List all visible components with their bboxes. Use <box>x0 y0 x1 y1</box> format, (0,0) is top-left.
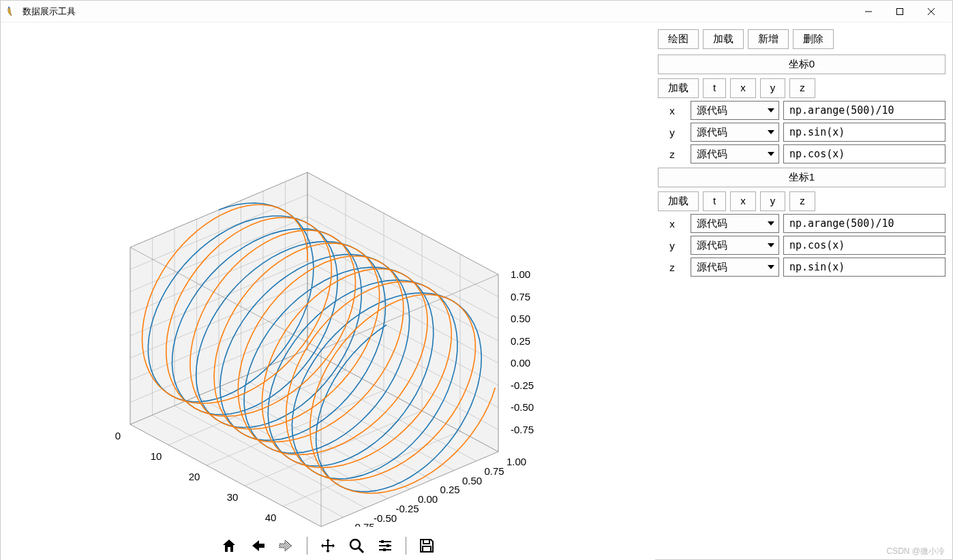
svg-text:-0.50: -0.50 <box>511 401 534 413</box>
coord1-y-type-combo[interactable]: 源代码 <box>691 236 779 255</box>
svg-text:-0.75: -0.75 <box>352 521 375 527</box>
coord0-z-button[interactable]: z <box>789 78 815 98</box>
coord0-z-type-combo[interactable]: 源代码 <box>691 144 779 164</box>
svg-text:0.00: 0.00 <box>511 357 530 369</box>
toolbar-separator <box>307 537 307 555</box>
coord0-header[interactable]: 坐标0 <box>658 55 946 74</box>
svg-text:1.00: 1.00 <box>506 456 526 467</box>
svg-text:10: 10 <box>151 450 162 462</box>
minimize-button[interactable] <box>853 1 884 22</box>
content: 01020304050-1.00-0.75-0.50-0.250.000.250… <box>1 22 952 560</box>
coord1-x-label: x <box>658 218 686 230</box>
plot-area: 01020304050-1.00-0.75-0.50-0.250.000.250… <box>1 22 655 560</box>
forward-icon[interactable] <box>275 535 297 557</box>
coord0-y-button[interactable]: y <box>760 78 786 98</box>
svg-text:-0.75: -0.75 <box>511 424 534 435</box>
save-icon[interactable] <box>416 535 438 557</box>
plot-canvas[interactable]: 01020304050-1.00-0.75-0.50-0.250.000.250… <box>1 22 655 529</box>
toolbar-separator <box>406 537 406 555</box>
coord1-z-label: z <box>658 262 686 273</box>
coord1-x-row: x 源代码 <box>658 214 946 233</box>
add-button[interactable]: 新增 <box>748 29 789 49</box>
coord0-y-type-combo[interactable]: 源代码 <box>691 123 779 142</box>
mpl-toolbar <box>1 529 655 560</box>
coord1-x-button[interactable]: x <box>730 191 756 211</box>
svg-text:-0.25: -0.25 <box>511 379 534 391</box>
svg-text:20: 20 <box>189 471 200 482</box>
app-window: 数据展示工具 01020304050-1.00-0.75-0.50-0.250.… <box>0 0 953 560</box>
coord0-z-expr-input[interactable] <box>783 144 946 164</box>
svg-text:0.75: 0.75 <box>511 291 530 302</box>
svg-point-0 <box>8 6 10 8</box>
coord1-block: 加载 t x y z x 源代码 y 源代码 z <box>658 191 946 277</box>
coord0-z-row: z 源代码 <box>658 144 946 164</box>
coord1-z-row: z 源代码 <box>658 258 946 277</box>
coord1-y-row: y 源代码 <box>658 236 946 255</box>
svg-text:0: 0 <box>115 430 121 441</box>
maximize-button[interactable] <box>884 1 916 22</box>
svg-text:0.75: 0.75 <box>485 465 504 477</box>
coord0-y-expr-input[interactable] <box>783 123 946 142</box>
svg-text:0.00: 0.00 <box>418 493 438 505</box>
svg-rect-94 <box>381 540 384 543</box>
coord0-x-button[interactable]: x <box>730 78 756 98</box>
coord1-z-type-combo[interactable]: 源代码 <box>691 258 779 277</box>
svg-rect-96 <box>383 548 386 551</box>
coord1-x-expr-input[interactable] <box>783 214 946 233</box>
svg-text:-0.25: -0.25 <box>396 503 419 514</box>
coord1-ctl-row: 加载 t x y z <box>658 191 946 211</box>
configure-icon[interactable] <box>374 535 396 557</box>
close-button[interactable] <box>916 1 947 22</box>
svg-text:0.50: 0.50 <box>511 313 530 324</box>
coord0-x-type-combo[interactable]: 源代码 <box>691 101 779 120</box>
coord0-block: 加载 t x y z x 源代码 y 源代码 z <box>658 78 946 164</box>
coord1-header[interactable]: 坐标1 <box>658 168 946 187</box>
svg-text:30: 30 <box>227 491 239 503</box>
app-icon <box>6 6 17 17</box>
delete-button[interactable]: 删除 <box>793 29 834 49</box>
svg-text:0.25: 0.25 <box>440 484 460 495</box>
coord0-x-row: x 源代码 <box>658 101 946 120</box>
svg-text:1.00: 1.00 <box>511 268 530 280</box>
svg-point-89 <box>350 540 360 549</box>
plot-button[interactable]: 绘图 <box>658 29 699 49</box>
watermark: CSDN @微小冷 <box>886 546 945 557</box>
coord0-z-label: z <box>658 149 686 160</box>
svg-text:-0.50: -0.50 <box>374 512 397 524</box>
svg-text:0.50: 0.50 <box>462 475 482 486</box>
coord0-t-button[interactable]: t <box>703 78 726 98</box>
coord1-z-button[interactable]: z <box>789 191 815 211</box>
coord0-x-label: x <box>658 105 686 116</box>
coord0-load-button[interactable]: 加载 <box>658 78 699 98</box>
coord0-y-row: y 源代码 <box>658 123 946 142</box>
coord1-load-button[interactable]: 加载 <box>658 191 699 211</box>
coord1-t-button[interactable]: t <box>703 191 726 211</box>
window-title: 数据展示工具 <box>22 5 853 18</box>
coord1-y-expr-input[interactable] <box>783 236 946 255</box>
zoom-icon[interactable] <box>346 535 367 557</box>
coord0-x-expr-input[interactable] <box>783 101 946 120</box>
coord0-y-label: y <box>658 127 686 138</box>
back-icon[interactable] <box>247 535 269 557</box>
titlebar: 数据展示工具 <box>1 1 952 22</box>
side-panel: 绘图 加载 新增 删除 坐标0 加载 t x y z x 源代码 <box>655 22 952 560</box>
coord1-x-type-combo[interactable]: 源代码 <box>691 214 779 233</box>
pan-icon[interactable] <box>317 535 339 557</box>
coord1-y-label: y <box>658 240 686 251</box>
svg-rect-97 <box>423 540 429 544</box>
main-btn-row: 绘图 加载 新增 删除 <box>655 29 946 49</box>
svg-text:0.25: 0.25 <box>511 335 530 347</box>
svg-line-90 <box>359 548 363 553</box>
home-icon[interactable] <box>218 535 240 557</box>
load-button[interactable]: 加载 <box>703 29 744 49</box>
svg-rect-2 <box>897 8 903 14</box>
coord1-z-expr-input[interactable] <box>783 258 946 277</box>
coord1-y-button[interactable]: y <box>760 191 786 211</box>
svg-text:40: 40 <box>265 512 277 523</box>
svg-rect-95 <box>387 544 389 547</box>
coord0-ctl-row: 加载 t x y z <box>658 78 946 98</box>
svg-rect-98 <box>423 546 431 552</box>
